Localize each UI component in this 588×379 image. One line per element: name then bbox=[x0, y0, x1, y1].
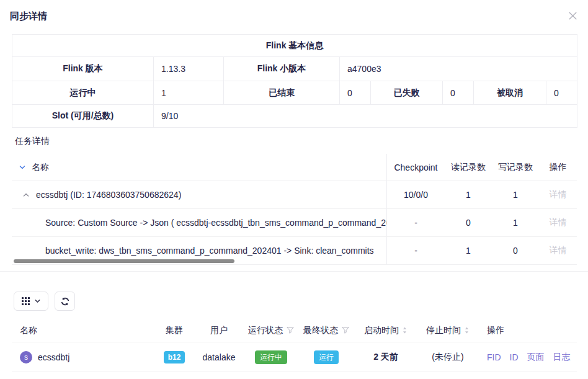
jobs-col-final-status-label: 最终状态 bbox=[303, 325, 338, 336]
job-user: datalake bbox=[194, 352, 244, 362]
task-table: 名称 Checkpoint 读记录数 写记录数 操作 ecssdbtj (ID:… bbox=[12, 154, 577, 265]
flink-minor-version-label: Flink 小版本 bbox=[224, 57, 340, 81]
sorter-icon[interactable] bbox=[464, 326, 470, 334]
jobs-col-user: 用户 bbox=[194, 325, 244, 336]
task-row-source: Source: Custom Source -> Json ( ecssdbtj… bbox=[12, 209, 577, 237]
section-divider bbox=[0, 271, 588, 272]
filter-funnel-icon[interactable] bbox=[287, 327, 294, 334]
finished-label: 已结束 bbox=[224, 81, 340, 105]
task-name: bucket_write: dws_tbn_sms_command_p_comm… bbox=[45, 246, 374, 256]
jobs-col-cluster: 集群 bbox=[155, 325, 194, 336]
task-row-name-cell: bucket_write: dws_tbn_sms_command_p_comm… bbox=[12, 246, 386, 256]
job-stop-time: (未停止) bbox=[417, 352, 479, 363]
jobs-table: 名称 集群 用户 运行状态 最终状态 启动时间 bbox=[12, 319, 577, 372]
avatar: s bbox=[20, 351, 32, 363]
jobs-col-action: 操作 bbox=[479, 325, 577, 336]
task-checkpoint: 10/0/0 bbox=[386, 181, 445, 208]
flink-version-label: Flink 版本 bbox=[12, 57, 154, 81]
drawer-title: 同步详情 bbox=[10, 11, 47, 22]
task-detail-link[interactable]: 详情 bbox=[550, 217, 567, 227]
close-icon[interactable] bbox=[568, 11, 577, 20]
task-col-name-label: 名称 bbox=[32, 162, 49, 173]
task-write-count: 1 bbox=[492, 218, 539, 228]
task-col-action: 操作 bbox=[539, 162, 577, 173]
jobs-col-final-status[interactable]: 最终状态 bbox=[298, 325, 355, 336]
task-checkpoint: - bbox=[386, 237, 445, 264]
job-actions: FID ID 页面 日志 bbox=[479, 352, 577, 363]
job-row: s ecssdbtj b12 datalake 运行中 运行 2 天前 (未停止… bbox=[12, 342, 577, 372]
job-name-cell: s ecssdbtj bbox=[12, 351, 155, 363]
task-name: ecssdbtj (ID: 1746803603750682624) bbox=[36, 190, 181, 200]
task-col-read-records: 读记录数 bbox=[445, 162, 492, 173]
log-link[interactable]: 日志 bbox=[553, 352, 571, 363]
collapse-chevron-up-icon[interactable] bbox=[22, 191, 30, 198]
grid-icon bbox=[22, 297, 30, 305]
refresh-icon bbox=[61, 297, 69, 306]
task-detail-link[interactable]: 详情 bbox=[550, 245, 567, 255]
task-read-count: 0 bbox=[445, 218, 492, 228]
jobs-col-start-time-label: 启动时间 bbox=[364, 325, 399, 336]
flink-minor-version-value: a4700e3 bbox=[340, 57, 577, 81]
task-row-name-cell: Source: Custom Source -> Json ( ecssdbtj… bbox=[12, 218, 386, 228]
task-read-count: 1 bbox=[445, 246, 492, 256]
task-row-parent: ecssdbtj (ID: 1746803603750682624) 10/0/… bbox=[12, 181, 577, 209]
expand-all-chevron-down-icon[interactable] bbox=[19, 164, 26, 171]
jobs-table-header: 名称 集群 用户 运行状态 最终状态 启动时间 bbox=[12, 319, 577, 342]
cancelled-label: 被取消 bbox=[474, 81, 546, 105]
task-col-write-records: 写记录数 bbox=[492, 162, 539, 173]
sync-detail-drawer: 同步详情 Flink 基本信息 Flink 版本 1.13.3 Flink 小版… bbox=[0, 0, 588, 379]
running-value: 1 bbox=[154, 81, 224, 105]
fid-link[interactable]: FID bbox=[487, 352, 501, 362]
jobs-col-start-time[interactable]: 启动时间 bbox=[355, 325, 417, 336]
task-details-title: 任务详情 bbox=[15, 136, 50, 147]
sorter-icon[interactable] bbox=[402, 326, 408, 334]
task-write-count: 0 bbox=[492, 246, 539, 256]
filter-funnel-icon[interactable] bbox=[342, 327, 349, 334]
failed-label: 已失败 bbox=[371, 81, 443, 105]
task-name: Source: Custom Source -> Json ( ecssdbtj… bbox=[45, 218, 386, 228]
task-write-count: 1 bbox=[492, 190, 539, 200]
page-link[interactable]: 页面 bbox=[527, 352, 545, 363]
job-name: ecssdbtj bbox=[38, 352, 69, 362]
column-settings-button[interactable] bbox=[14, 292, 48, 311]
chevron-down-icon bbox=[34, 298, 41, 305]
slot-label: Slot (可用/总数) bbox=[12, 105, 154, 128]
flink-info-table: Flink 基本信息 Flink 版本 1.13.3 Flink 小版本 a47… bbox=[12, 34, 577, 128]
slot-value: 9/10 bbox=[154, 105, 577, 128]
horizontal-scrollbar[interactable] bbox=[14, 259, 234, 263]
run-status-badge: 运行中 bbox=[255, 350, 287, 364]
failed-value: 0 bbox=[443, 81, 474, 105]
task-detail-link[interactable]: 详情 bbox=[550, 189, 567, 199]
jobs-col-stop-time-label: 停止时间 bbox=[426, 325, 461, 336]
flink-info-title: Flink 基本信息 bbox=[12, 35, 577, 57]
jobs-col-stop-time[interactable]: 停止时间 bbox=[417, 325, 479, 336]
jobs-col-run-status-label: 运行状态 bbox=[248, 325, 283, 336]
running-label: 运行中 bbox=[12, 81, 154, 105]
jobs-col-name: 名称 bbox=[12, 325, 155, 336]
cancelled-value: 0 bbox=[546, 81, 577, 105]
id-link[interactable]: ID bbox=[510, 352, 519, 362]
task-col-checkpoint: Checkpoint bbox=[386, 154, 445, 181]
task-table-header: 名称 Checkpoint 读记录数 写记录数 操作 bbox=[12, 154, 577, 181]
flink-version-value: 1.13.3 bbox=[154, 57, 224, 81]
task-row-name-cell: ecssdbtj (ID: 1746803603750682624) bbox=[12, 190, 386, 200]
refresh-button[interactable] bbox=[55, 292, 75, 311]
final-status-badge: 运行 bbox=[314, 350, 339, 364]
job-start-time: 2 天前 bbox=[373, 352, 398, 363]
task-col-name: 名称 bbox=[12, 162, 386, 173]
cluster-badge: b12 bbox=[164, 351, 185, 363]
task-read-count: 1 bbox=[445, 190, 492, 200]
task-checkpoint: - bbox=[386, 209, 445, 236]
finished-value: 0 bbox=[340, 81, 371, 105]
jobs-col-run-status[interactable]: 运行状态 bbox=[244, 325, 298, 336]
